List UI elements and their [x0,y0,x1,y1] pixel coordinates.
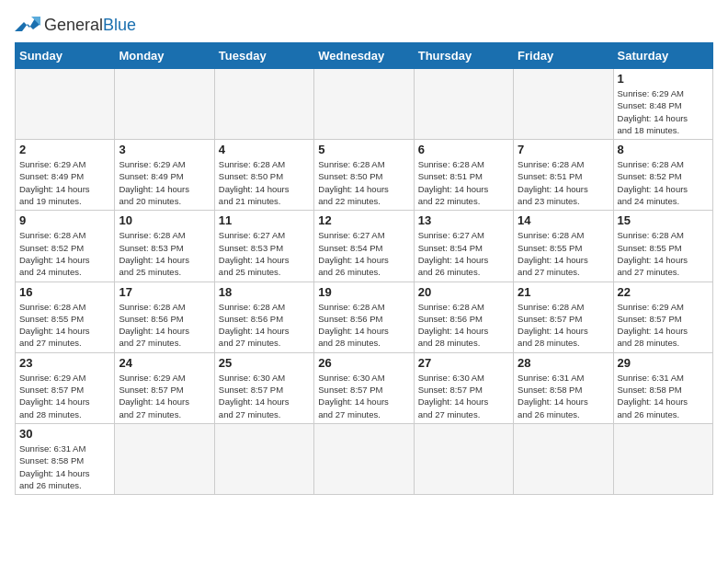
day-info: Sunrise: 6:28 AM Sunset: 8:51 PM Dayligh… [418,158,509,207]
day-number: 30 [19,427,110,441]
day-number: 15 [618,213,709,227]
day-number: 1 [618,72,709,86]
day-info: Sunrise: 6:28 AM Sunset: 8:51 PM Dayligh… [518,158,609,207]
day-number: 25 [219,356,310,370]
day-cell: 28Sunrise: 6:31 AM Sunset: 8:58 PM Dayli… [514,352,613,423]
day-cell: 29Sunrise: 6:31 AM Sunset: 8:58 PM Dayli… [613,352,712,423]
day-cell: 10Sunrise: 6:28 AM Sunset: 8:53 PM Dayli… [115,211,214,282]
day-number: 23 [19,356,110,370]
day-cell [314,423,414,494]
day-info: Sunrise: 6:27 AM Sunset: 8:54 PM Dayligh… [418,229,509,278]
day-number: 7 [518,143,609,156]
week-row-1: 1Sunrise: 6:29 AM Sunset: 8:48 PM Daylig… [16,69,713,140]
day-number: 28 [518,356,609,370]
col-header-thursday: Thursday [414,43,513,69]
day-number: 29 [618,356,709,370]
day-cell: 30Sunrise: 6:31 AM Sunset: 8:58 PM Dayli… [16,423,115,494]
day-info: Sunrise: 6:28 AM Sunset: 8:55 PM Dayligh… [618,229,709,278]
col-header-wednesday: Wednesday [314,43,414,69]
day-number: 11 [219,213,310,227]
day-cell [214,423,313,494]
day-cell: 23Sunrise: 6:29 AM Sunset: 8:57 PM Dayli… [16,352,115,423]
day-number: 19 [318,285,409,299]
day-info: Sunrise: 6:30 AM Sunset: 8:57 PM Dayligh… [219,372,310,420]
day-info: Sunrise: 6:27 AM Sunset: 8:54 PM Dayligh… [318,229,409,278]
day-cell [16,69,115,140]
day-cell: 26Sunrise: 6:30 AM Sunset: 8:57 PM Dayli… [314,352,414,423]
day-cell: 17Sunrise: 6:28 AM Sunset: 8:56 PM Dayli… [115,282,214,352]
header: GeneralBlue [15,15,713,35]
day-info: Sunrise: 6:28 AM Sunset: 8:55 PM Dayligh… [19,301,110,350]
logo-text: GeneralBlue [44,17,136,34]
day-number: 26 [318,356,409,370]
day-number: 27 [418,356,509,370]
col-header-sunday: Sunday [16,43,115,69]
day-cell: 5Sunrise: 6:28 AM Sunset: 8:50 PM Daylig… [314,140,414,211]
day-info: Sunrise: 6:31 AM Sunset: 8:58 PM Dayligh… [618,372,709,420]
day-info: Sunrise: 6:28 AM Sunset: 8:56 PM Dayligh… [418,301,509,350]
header-row: SundayMondayTuesdayWednesdayThursdayFrid… [16,43,713,69]
week-row-5: 23Sunrise: 6:29 AM Sunset: 8:57 PM Dayli… [16,352,713,423]
day-info: Sunrise: 6:28 AM Sunset: 8:53 PM Dayligh… [119,229,210,278]
day-cell: 27Sunrise: 6:30 AM Sunset: 8:57 PM Dayli… [414,352,513,423]
logo: GeneralBlue [15,15,136,35]
day-cell: 6Sunrise: 6:28 AM Sunset: 8:51 PM Daylig… [414,140,513,211]
day-cell [214,69,313,140]
col-header-saturday: Saturday [613,43,712,69]
day-cell: 11Sunrise: 6:27 AM Sunset: 8:53 PM Dayli… [214,211,313,282]
col-header-monday: Monday [115,43,214,69]
day-number: 14 [518,213,609,227]
day-cell: 9Sunrise: 6:28 AM Sunset: 8:52 PM Daylig… [16,211,115,282]
day-cell [514,423,613,494]
day-cell: 14Sunrise: 6:28 AM Sunset: 8:55 PM Dayli… [514,211,613,282]
day-info: Sunrise: 6:28 AM Sunset: 8:52 PM Dayligh… [19,229,110,278]
day-cell: 13Sunrise: 6:27 AM Sunset: 8:54 PM Dayli… [414,211,513,282]
day-cell: 4Sunrise: 6:28 AM Sunset: 8:50 PM Daylig… [214,140,313,211]
day-info: Sunrise: 6:30 AM Sunset: 8:57 PM Dayligh… [418,372,509,420]
day-info: Sunrise: 6:31 AM Sunset: 8:58 PM Dayligh… [19,442,110,491]
day-number: 3 [119,143,210,156]
week-row-6: 30Sunrise: 6:31 AM Sunset: 8:58 PM Dayli… [16,423,713,494]
day-info: Sunrise: 6:29 AM Sunset: 8:49 PM Dayligh… [119,158,210,207]
day-number: 18 [219,285,310,299]
day-info: Sunrise: 6:30 AM Sunset: 8:57 PM Dayligh… [318,372,409,420]
day-number: 2 [19,143,110,156]
day-cell: 15Sunrise: 6:28 AM Sunset: 8:55 PM Dayli… [613,211,712,282]
day-number: 9 [19,213,110,227]
day-number: 4 [219,143,310,156]
day-cell: 22Sunrise: 6:29 AM Sunset: 8:57 PM Dayli… [613,282,712,352]
day-info: Sunrise: 6:28 AM Sunset: 8:57 PM Dayligh… [518,301,609,350]
calendar-table: SundayMondayTuesdayWednesdayThursdayFrid… [15,42,713,495]
day-cell: 18Sunrise: 6:28 AM Sunset: 8:56 PM Dayli… [214,282,313,352]
day-cell: 12Sunrise: 6:27 AM Sunset: 8:54 PM Dayli… [314,211,414,282]
day-cell: 2Sunrise: 6:29 AM Sunset: 8:49 PM Daylig… [16,140,115,211]
col-header-tuesday: Tuesday [214,43,313,69]
day-number: 12 [318,213,409,227]
day-cell [314,69,414,140]
day-cell: 16Sunrise: 6:28 AM Sunset: 8:55 PM Dayli… [16,282,115,352]
day-number: 20 [418,285,509,299]
day-number: 8 [618,143,709,156]
day-number: 21 [518,285,609,299]
day-cell: 1Sunrise: 6:29 AM Sunset: 8:48 PM Daylig… [613,69,712,140]
logo-icon [15,15,40,35]
day-cell: 8Sunrise: 6:28 AM Sunset: 8:52 PM Daylig… [613,140,712,211]
col-header-friday: Friday [514,43,613,69]
day-number: 24 [119,356,210,370]
day-cell: 21Sunrise: 6:28 AM Sunset: 8:57 PM Dayli… [514,282,613,352]
day-info: Sunrise: 6:29 AM Sunset: 8:48 PM Dayligh… [618,87,709,136]
week-row-4: 16Sunrise: 6:28 AM Sunset: 8:55 PM Dayli… [16,282,713,352]
week-row-2: 2Sunrise: 6:29 AM Sunset: 8:49 PM Daylig… [16,140,713,211]
day-number: 17 [119,285,210,299]
day-cell: 7Sunrise: 6:28 AM Sunset: 8:51 PM Daylig… [514,140,613,211]
day-info: Sunrise: 6:28 AM Sunset: 8:56 PM Dayligh… [318,301,409,350]
day-info: Sunrise: 6:28 AM Sunset: 8:50 PM Dayligh… [219,158,310,207]
day-info: Sunrise: 6:27 AM Sunset: 8:53 PM Dayligh… [219,229,310,278]
day-info: Sunrise: 6:28 AM Sunset: 8:56 PM Dayligh… [119,301,210,350]
day-cell [115,423,214,494]
day-info: Sunrise: 6:29 AM Sunset: 8:57 PM Dayligh… [19,372,110,420]
day-info: Sunrise: 6:29 AM Sunset: 8:49 PM Dayligh… [19,158,110,207]
day-number: 10 [119,213,210,227]
day-number: 6 [418,143,509,156]
day-number: 16 [19,285,110,299]
